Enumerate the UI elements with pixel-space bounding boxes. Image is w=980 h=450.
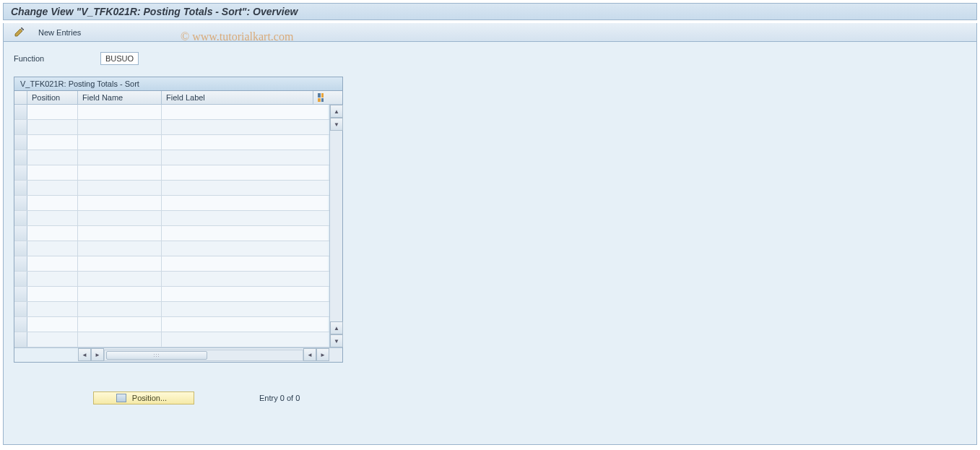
table-body: ▲ ▼ ▲ ▼: [14, 105, 342, 347]
hscroll-left-button[interactable]: ◄: [78, 348, 91, 361]
table-settings-button[interactable]: [313, 91, 328, 104]
scroll-up-button[interactable]: ▲: [330, 105, 343, 118]
row-selector[interactable]: [14, 181, 27, 195]
cell-fieldlabel[interactable]: [162, 165, 328, 180]
cell-position[interactable]: [27, 317, 78, 332]
position-icon: [116, 394, 126, 402]
table-row: [14, 120, 329, 135]
cell-position[interactable]: [27, 181, 78, 195]
cell-fieldname[interactable]: [78, 272, 162, 286]
cell-fieldlabel[interactable]: [162, 196, 328, 210]
hscroll-thumb[interactable]: :::: [106, 351, 207, 360]
cell-position[interactable]: [27, 332, 78, 347]
cell-position[interactable]: [27, 287, 78, 301]
cell-position[interactable]: [27, 211, 78, 225]
row-selector[interactable]: [14, 226, 27, 241]
footer-row: Position... Entry 0 of 0: [14, 391, 966, 404]
vertical-scrollbar[interactable]: ▲ ▼ ▲ ▼: [329, 105, 342, 347]
table-row: [14, 196, 329, 211]
cell-position[interactable]: [27, 256, 78, 271]
position-button[interactable]: Position...: [93, 391, 194, 404]
cell-position[interactable]: [27, 302, 78, 316]
cell-position[interactable]: [27, 135, 78, 150]
cell-fieldlabel[interactable]: [162, 241, 328, 256]
cell-fieldname[interactable]: [78, 150, 162, 165]
row-selector[interactable]: [14, 165, 27, 180]
cell-fieldname[interactable]: [78, 135, 162, 150]
position-button-label: Position...: [132, 394, 167, 402]
cell-fieldlabel[interactable]: [162, 120, 328, 134]
cell-position[interactable]: [27, 165, 78, 180]
column-header-position[interactable]: Position: [27, 91, 78, 104]
cell-position[interactable]: [27, 105, 78, 119]
cell-position[interactable]: [27, 120, 78, 134]
cell-position[interactable]: [27, 150, 78, 165]
cell-fieldname[interactable]: [78, 196, 162, 210]
table-panel: V_TFK021R: Posting Totals - Sort Positio…: [14, 77, 343, 363]
scroll-down-button[interactable]: ▼: [330, 334, 343, 347]
cell-fieldname[interactable]: [78, 226, 162, 241]
table-row: [14, 287, 329, 302]
cell-position[interactable]: [27, 241, 78, 256]
row-selector[interactable]: [14, 211, 27, 225]
cell-fieldname[interactable]: [78, 120, 162, 134]
hscroll-right-button[interactable]: ►: [316, 348, 329, 361]
application-toolbar: New Entries: [3, 23, 977, 42]
content-area: Function BUSUO V_TFK021R: Posting Totals…: [3, 42, 977, 445]
hscroll-track[interactable]: :::: [104, 350, 303, 361]
row-selector[interactable]: [14, 150, 27, 165]
cell-fieldname[interactable]: [78, 317, 162, 332]
cell-fieldname[interactable]: [78, 105, 162, 119]
column-header-field-label[interactable]: Field Label: [162, 91, 313, 104]
toggle-button[interactable]: [11, 25, 28, 40]
row-selector[interactable]: [14, 317, 27, 332]
row-selector[interactable]: [14, 332, 27, 347]
cell-fieldlabel[interactable]: [162, 226, 328, 241]
cell-fieldlabel[interactable]: [162, 135, 328, 150]
row-selector[interactable]: [14, 272, 27, 286]
function-value[interactable]: BUSUO: [100, 52, 139, 65]
cell-fieldlabel[interactable]: [162, 211, 328, 225]
cell-fieldname[interactable]: [78, 256, 162, 271]
cell-fieldlabel[interactable]: [162, 332, 328, 347]
cell-fieldlabel[interactable]: [162, 150, 328, 165]
pencil-icon: [14, 26, 25, 39]
row-selector[interactable]: [14, 135, 27, 150]
row-selector[interactable]: [14, 120, 27, 134]
row-selector[interactable]: [14, 196, 27, 210]
title-bar: Change View "V_TFK021R: Posting Totals -…: [3, 3, 977, 20]
cell-position[interactable]: [27, 196, 78, 210]
cell-fieldlabel[interactable]: [162, 287, 328, 301]
cell-fieldname[interactable]: [78, 211, 162, 225]
column-header-field-name[interactable]: Field Name: [78, 91, 162, 104]
cell-fieldname[interactable]: [78, 181, 162, 195]
cell-fieldname[interactable]: [78, 165, 162, 180]
cell-fieldname[interactable]: [78, 287, 162, 301]
cell-position[interactable]: [27, 272, 78, 286]
table-row: [14, 105, 329, 120]
table-row: [14, 256, 329, 272]
cell-fieldname[interactable]: [78, 302, 162, 316]
cell-fieldlabel[interactable]: [162, 256, 328, 271]
row-selector[interactable]: [14, 241, 27, 256]
hscroll-left-step-button[interactable]: ►: [91, 348, 104, 361]
scroll-down-step-button[interactable]: ▼: [330, 118, 343, 131]
cell-fieldname[interactable]: [78, 332, 162, 347]
cell-fieldlabel[interactable]: [162, 272, 328, 286]
row-selector[interactable]: [14, 105, 27, 119]
cell-fieldlabel[interactable]: [162, 181, 328, 195]
row-selector[interactable]: [14, 302, 27, 316]
cell-fieldlabel[interactable]: [162, 302, 328, 316]
new-entries-button[interactable]: New Entries: [35, 27, 84, 38]
table-row: [14, 150, 329, 165]
hscroll-right-step-button[interactable]: ◄: [303, 348, 316, 361]
select-all-handle[interactable]: [14, 91, 27, 104]
scroll-up-step-button[interactable]: ▲: [330, 321, 343, 334]
cell-position[interactable]: [27, 226, 78, 241]
cell-fieldname[interactable]: [78, 241, 162, 256]
cell-fieldlabel[interactable]: [162, 317, 328, 332]
cell-fieldlabel[interactable]: [162, 105, 328, 119]
panel-title: V_TFK021R: Posting Totals - Sort: [14, 77, 342, 91]
row-selector[interactable]: [14, 256, 27, 271]
row-selector[interactable]: [14, 287, 27, 301]
